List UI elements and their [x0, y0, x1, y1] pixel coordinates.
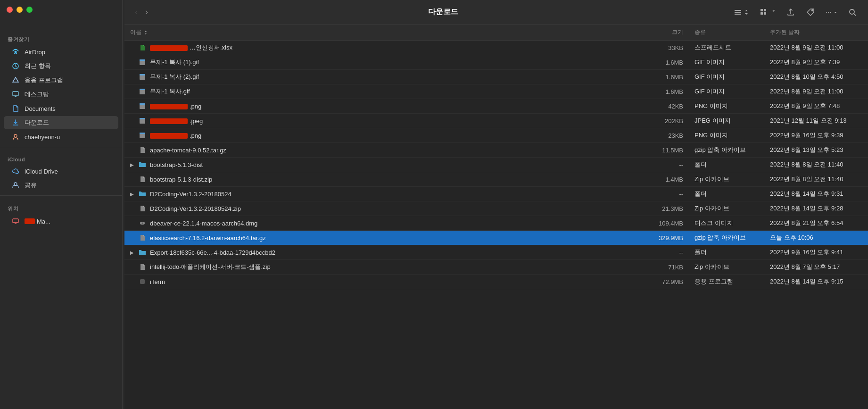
sidebar-item-apps[interactable]: 응용 프로그램 — [4, 74, 118, 87]
svg-rect-5 — [13, 219, 18, 223]
table-row[interactable]: dbeaver-ce-22.1.4-macos-aarch64.dmg109.4… — [124, 216, 868, 231]
tag-button[interactable] — [802, 6, 819, 19]
search-button[interactable] — [844, 6, 860, 18]
sidebar-item-recent[interactable]: 최근 항목 — [4, 59, 118, 73]
user-icon — [11, 133, 20, 141]
col-date[interactable]: 추가된 날짜 — [764, 26, 868, 38]
table-row[interactable]: 무제-1 복사.gif1.6MBGIF 이미지2022년 8월 9일 오전 11… — [124, 84, 868, 99]
svg-rect-11 — [761, 12, 763, 15]
icloud-section-label: iCloud — [0, 150, 122, 164]
svg-rect-7 — [735, 12, 741, 13]
sidebar-divider-2 — [0, 195, 122, 196]
svg-point-4 — [14, 183, 17, 185]
icloud-icon — [11, 167, 20, 175]
file-list: …인신청서.xlsx33KB스프레드시트2022년 8월 9일 오전 11:00… — [124, 41, 868, 409]
svg-rect-16 — [140, 59, 145, 61]
table-row[interactable]: ▶bootstrap-5.1.3-dist--폴더2022년 8월 8일 오전 … — [124, 158, 868, 172]
sidebar-item-desktop[interactable]: 데스크탑 — [4, 88, 118, 101]
table-row[interactable]: elasticsearch-7.16.2-darwin-aarch64.tar.… — [124, 231, 868, 245]
toolbar: ‹ › 다운로드 — [124, 0, 868, 25]
file-icon — [139, 146, 146, 154]
minimize-button[interactable] — [17, 7, 23, 13]
svg-rect-26 — [140, 133, 145, 134]
downloads-label: 다운로드 — [25, 118, 49, 127]
column-headers: 이름 크기 종류 추가된 날짜 — [124, 25, 868, 41]
file-icon — [139, 278, 146, 285]
svg-point-28 — [142, 223, 143, 224]
sidebar-item-icloud-drive[interactable]: iCloud Drive — [4, 165, 118, 178]
sidebar-item-mac[interactable]: Ma... — [4, 215, 118, 228]
folder-icon — [139, 249, 146, 256]
close-button[interactable] — [7, 7, 13, 13]
user-label: chaehyeon-u — [25, 134, 60, 141]
table-row[interactable]: 무제-1 복사 (2).gif1.6MBGIF 이미지2022년 8월 10일 … — [124, 70, 868, 84]
table-row[interactable]: …인신청서.xlsx33KB스프레드시트2022년 8월 9일 오전 11:00 — [124, 41, 868, 55]
mac-icon — [11, 217, 20, 225]
table-row[interactable]: .png42KBPNG 이미지2022년 8월 9일 오후 7:48 — [124, 99, 868, 114]
recent-icon — [11, 62, 20, 70]
table-row[interactable]: 무제-1 복사 (1).gif1.6MBGIF 이미지2022년 8월 9일 오… — [124, 55, 868, 70]
grid-view-button[interactable] — [756, 6, 779, 18]
apps-icon — [11, 76, 20, 84]
locations-section-label: 위치 — [0, 199, 122, 214]
mac-label: Ma... — [37, 218, 50, 225]
table-row[interactable]: bootstrap-5.1.3-dist.zip1.4MBZip 아카이브202… — [124, 172, 868, 187]
svg-point-3 — [14, 134, 17, 137]
downloads-icon — [11, 118, 20, 127]
sidebar-item-downloads[interactable]: 다운로드 — [4, 116, 118, 129]
svg-rect-20 — [140, 89, 145, 90]
svg-rect-29 — [140, 279, 145, 284]
back-button[interactable]: ‹ — [132, 5, 141, 19]
sidebar-item-airdrop[interactable]: AirDrop — [4, 45, 118, 58]
shared-icon — [11, 181, 20, 190]
window-controls — [7, 7, 33, 13]
maximize-button[interactable] — [26, 7, 33, 13]
folder-icon — [139, 161, 146, 168]
recent-label: 최근 항목 — [25, 62, 51, 70]
file-icon — [139, 234, 146, 242]
svg-rect-10 — [764, 9, 766, 11]
svg-rect-8 — [735, 14, 741, 15]
sidebar-item-documents[interactable]: Documents — [4, 102, 118, 115]
svg-rect-22 — [140, 103, 145, 105]
table-row[interactable]: .jpeg202KBJPEG 이미지2021년 12월 11일 오전 9:13 — [124, 114, 868, 128]
svg-point-0 — [15, 51, 17, 53]
documents-icon — [11, 104, 20, 113]
col-name[interactable]: 이름 — [124, 26, 632, 38]
table-row[interactable]: ▶Export-18cf635c-66e...-4-bdaa-1729d4bcc… — [124, 245, 868, 260]
file-icon — [139, 175, 146, 183]
svg-rect-12 — [764, 12, 766, 15]
svg-rect-9 — [761, 9, 763, 11]
apps-label: 응용 프로그램 — [25, 76, 63, 84]
table-row[interactable]: D2Coding-Ver1.3.2-20180524.zip21.3MBZip … — [124, 201, 868, 216]
file-icon — [139, 102, 146, 110]
sidebar-item-shared[interactable]: 공유 — [4, 179, 118, 192]
file-icon — [139, 88, 146, 95]
svg-rect-18 — [140, 74, 145, 75]
toolbar-title: 다운로드 — [160, 7, 726, 17]
svg-rect-2 — [13, 92, 18, 96]
icloud-drive-label: iCloud Drive — [25, 168, 58, 175]
share-button[interactable] — [782, 6, 799, 19]
table-row[interactable]: intellij-todo-애플리케이션-서버-코드-샘플.zip71KBZip… — [124, 260, 868, 275]
more-button[interactable]: ··· — [822, 6, 842, 18]
table-row[interactable]: apache-tomcat-9.0.52.tar.gz11.5MBgzip 압축… — [124, 143, 868, 158]
main-content: ‹ › 다운로드 — [124, 0, 868, 409]
desktop-icon — [11, 90, 20, 99]
file-icon — [139, 205, 146, 212]
sidebar-divider-1 — [0, 147, 122, 147]
list-view-button[interactable] — [730, 6, 753, 18]
nav-buttons: ‹ › — [132, 5, 151, 19]
table-row[interactable]: iTerm72.9MB응용 프로그램2022년 8월 14일 오후 9:15 — [124, 275, 868, 289]
folder-icon — [139, 190, 146, 198]
col-size[interactable]: 크기 — [632, 26, 689, 38]
sidebar-item-user[interactable]: chaehyeon-u — [4, 130, 118, 143]
file-icon — [139, 117, 146, 125]
forward-button[interactable]: › — [142, 5, 151, 19]
toolbar-actions: ··· — [730, 6, 860, 19]
table-row[interactable]: ▶D2Coding-Ver1.3.2-20180524--폴더2022년 8월 … — [124, 187, 868, 201]
sidebar: 즐겨찾기 AirDrop 최근 항목 응용 프로그램 — [0, 0, 123, 409]
table-row[interactable]: .png23KBPNG 이미지2022년 9월 16일 오후 9:39 — [124, 128, 868, 143]
shared-label: 공유 — [25, 181, 37, 190]
col-type[interactable]: 종류 — [689, 26, 764, 38]
